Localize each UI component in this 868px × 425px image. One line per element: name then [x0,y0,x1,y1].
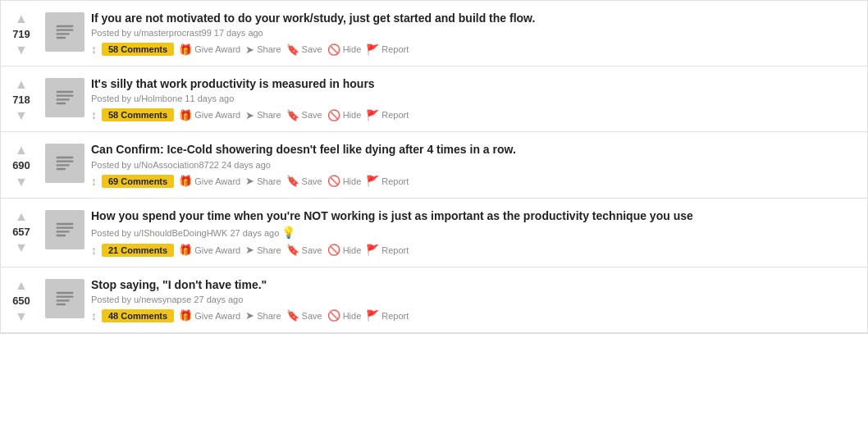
hide-icon: 🚫 [327,109,340,121]
share-button[interactable]: ➤ Share [245,175,281,187]
vote-column: ▲ 718 ▼ [1,73,42,125]
svg-rect-2 [57,33,70,34]
post-thumbnail [45,78,85,117]
svg-rect-9 [57,161,74,162]
svg-rect-0 [57,25,74,27]
share-icon: ➤ [245,175,254,187]
share-button[interactable]: ➤ Share [245,309,281,322]
svg-rect-18 [57,299,70,301]
post-author[interactable]: u/masterprocrast99 [134,28,212,38]
upvote-button[interactable]: ▲ [15,12,28,25]
save-button[interactable]: 🔖 Save [286,109,322,121]
content-col: How you spend your time when you're NOT … [91,205,867,260]
vote-count: 650 [12,294,30,308]
upvote-button[interactable]: ▲ [15,210,28,223]
expand-icon[interactable]: ↕ [91,108,97,121]
post-item: ▲ 650 ▼ Stop saying, "I don't have time.… [1,267,867,333]
save-button[interactable]: 🔖 Save [286,244,322,256]
text-post-icon [53,21,76,43]
share-button[interactable]: ➤ Share [245,109,281,121]
svg-rect-13 [57,226,74,228]
save-label: Save [302,44,322,54]
give-award-label: Give Award [194,245,240,255]
downvote-button[interactable]: ▼ [15,109,28,122]
comments-button[interactable]: 48 Comments [102,309,174,322]
thumbnail-col [42,73,91,125]
post-author[interactable]: u/NoAssociation8722 [134,160,219,170]
hide-label: Hide [343,176,362,186]
hide-label: Hide [343,311,362,321]
vote-column: ▲ 657 ▼ [1,205,42,260]
svg-rect-11 [57,168,66,170]
share-icon: ➤ [245,43,254,56]
share-icon: ➤ [245,309,254,322]
save-button[interactable]: 🔖 Save [286,309,322,322]
award-icon: 🎁 [179,309,192,322]
hide-button[interactable]: 🚫 Hide [327,244,362,256]
vote-column: ▲ 719 ▼ [1,7,42,59]
post-title[interactable]: It's silly that work productivity is mea… [91,76,861,91]
vote-column: ▲ 690 ▼ [1,139,42,190]
expand-icon[interactable]: ↕ [91,175,97,188]
hide-button[interactable]: 🚫 Hide [327,109,362,121]
give-award-label: Give Award [194,176,240,186]
upvote-button[interactable]: ▲ [15,144,28,157]
downvote-button[interactable]: ▼ [15,241,28,254]
give-award-button[interactable]: 🎁 Give Award [179,109,240,121]
post-list: ▲ 719 ▼ If you are not motivated to do y… [0,0,868,334]
hide-button[interactable]: 🚫 Hide [327,309,362,322]
share-icon: ➤ [245,244,254,256]
post-author[interactable]: u/Holmbone [134,94,182,103]
comments-button[interactable]: 21 Comments [102,244,174,257]
post-title[interactable]: Stop saying, "I don't have time." [91,277,861,292]
downvote-button[interactable]: ▼ [15,176,28,189]
post-title[interactable]: How you spend your time when you're NOT … [91,208,861,223]
thumbnail-col [42,274,91,326]
report-button[interactable]: 🚩 Report [366,43,409,56]
report-button[interactable]: 🚩 Report [366,175,409,187]
share-button[interactable]: ➤ Share [245,244,281,256]
expand-icon[interactable]: ↕ [91,43,97,56]
action-row: ↕ 69 Comments 🎁 Give Award ➤ Share 🔖 Sav… [91,175,861,188]
save-button[interactable]: 🔖 Save [286,175,322,187]
post-title[interactable]: If you are not motivated to do your work… [91,11,861,25]
give-award-button[interactable]: 🎁 Give Award [179,175,240,187]
give-award-label: Give Award [194,311,240,321]
give-award-button[interactable]: 🎁 Give Award [179,43,240,56]
share-button[interactable]: ➤ Share [245,43,281,56]
save-icon: 🔖 [286,309,299,322]
save-button[interactable]: 🔖 Save [286,43,322,56]
upvote-button[interactable]: ▲ [15,279,28,292]
svg-rect-12 [57,222,74,224]
post-item: ▲ 690 ▼ Can Confirm: Ice-Cold showering … [1,132,867,198]
upvote-button[interactable]: ▲ [15,78,28,91]
comments-button[interactable]: 69 Comments [102,175,174,188]
report-button[interactable]: 🚩 Report [366,109,409,121]
expand-icon[interactable]: ↕ [91,309,97,322]
give-award-button[interactable]: 🎁 Give Award [179,309,240,322]
post-author[interactable]: u/IShouldBeDoingHWK [134,228,227,238]
svg-rect-3 [57,37,66,39]
hide-icon: 🚫 [327,43,340,56]
downvote-button[interactable]: ▼ [15,43,28,57]
give-award-button[interactable]: 🎁 Give Award [179,244,240,256]
report-button[interactable]: 🚩 Report [366,244,409,256]
hide-button[interactable]: 🚫 Hide [327,175,362,187]
svg-rect-14 [57,231,70,232]
downvote-button[interactable]: ▼ [15,310,28,323]
report-icon: 🚩 [366,309,379,322]
comments-button[interactable]: 58 Comments [102,43,174,56]
hide-icon: 🚫 [327,175,340,187]
thumbnail-col [42,7,91,59]
action-row: ↕ 58 Comments 🎁 Give Award ➤ Share 🔖 Sav… [91,108,861,121]
hide-icon: 🚫 [327,244,340,256]
post-author[interactable]: u/newsynapse [134,295,191,304]
svg-rect-7 [57,103,66,104]
hide-button[interactable]: 🚫 Hide [327,43,362,56]
post-thumbnail [45,279,85,318]
post-meta: Posted by u/IShouldBeDoingHWK 27 days ag… [91,226,861,239]
expand-icon[interactable]: ↕ [91,244,97,257]
report-button[interactable]: 🚩 Report [366,309,409,322]
post-title[interactable]: Can Confirm: Ice-Cold showering doesn't … [91,142,861,157]
comments-button[interactable]: 58 Comments [102,108,174,121]
